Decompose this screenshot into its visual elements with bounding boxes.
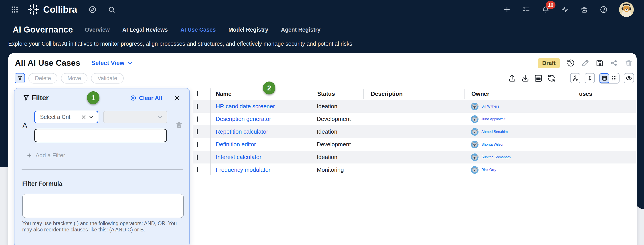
add-filter-button[interactable]: Add a Filter	[26, 152, 65, 159]
column-header-description[interactable]: Description	[364, 89, 464, 99]
vertical-arrows-icon	[586, 75, 593, 81]
filter-value-input[interactable]	[34, 129, 167, 142]
filter-panel: Filter Clear All A Select a Crit	[14, 88, 190, 245]
table-view-button[interactable]	[600, 73, 609, 83]
create-plus-icon[interactable]	[503, 6, 511, 14]
owner-link[interactable]: Ahmed Benahim	[482, 130, 508, 134]
criteria-select[interactable]: Select a Crit	[34, 111, 98, 123]
collibra-logo-icon	[27, 3, 40, 16]
row-checkbox[interactable]	[197, 155, 198, 160]
clause-label: A	[22, 121, 27, 130]
row-checkbox[interactable]	[197, 129, 198, 134]
clear-circle-icon	[130, 95, 136, 101]
owner-avatar-icon	[471, 141, 478, 148]
user-avatar[interactable]	[619, 2, 634, 17]
column-divider-line	[210, 88, 211, 175]
owner-link[interactable]: Bill Withers	[482, 104, 499, 108]
owner-avatar-icon	[471, 128, 478, 136]
row-checkbox[interactable]	[197, 142, 198, 147]
annotation-marker-1: 1	[87, 91, 100, 104]
column-header-status[interactable]: Status	[310, 89, 364, 99]
table-row: Frequency modulator Monitoring Rick Orry	[193, 163, 637, 176]
column-header-uses[interactable]: uses	[572, 89, 637, 99]
tile-view-button[interactable]	[609, 73, 619, 83]
row-checkbox[interactable]	[197, 167, 198, 172]
row-checkbox[interactable]	[197, 116, 198, 122]
app-launcher-grid-icon[interactable]	[11, 6, 19, 14]
use-case-link[interactable]: Frequency modulator	[216, 166, 270, 173]
table-row: Definition editor Development Shonta Wil…	[193, 138, 637, 151]
download-icon[interactable]	[521, 74, 530, 83]
row-height-button[interactable]	[584, 73, 595, 83]
upload-icon[interactable]	[508, 74, 516, 83]
owner-link[interactable]: June Applewait	[482, 117, 506, 121]
clear-all-button[interactable]: Clear All	[130, 95, 162, 102]
activity-log-icon[interactable]	[534, 74, 543, 83]
status-cell: Monitoring	[310, 166, 364, 173]
select-view-label: Select View	[92, 60, 124, 67]
use-case-link[interactable]: Description generator	[216, 116, 271, 122]
status-cell: Development	[310, 141, 364, 148]
hierarchy-view-button[interactable]	[570, 73, 580, 83]
refresh-icon[interactable]	[547, 74, 556, 83]
criteria-select-placeholder: Select a Crit	[40, 114, 80, 120]
tab-agent-registry[interactable]: Agent Registry	[281, 27, 320, 33]
edit-pencil-icon[interactable]	[581, 59, 590, 68]
chevron-down-icon	[88, 114, 94, 120]
table-header-row: Name Status Description Owner uses	[193, 88, 637, 100]
share-icon[interactable]	[610, 59, 619, 68]
remove-clause-trash-icon[interactable]	[175, 121, 183, 130]
column-header-owner[interactable]: Owner	[464, 89, 572, 99]
select-view-dropdown[interactable]: Select View	[92, 60, 133, 67]
explore-compass-icon[interactable]	[88, 6, 96, 14]
tab-ai-use-cases[interactable]: AI Use Cases	[180, 27, 216, 33]
use-case-link[interactable]: Definition editor	[216, 141, 256, 148]
column-header-name[interactable]: Name	[210, 89, 310, 99]
page-subtitle: Explore your Collibra AI initiatives to …	[8, 41, 352, 47]
filter-formula-textarea[interactable]	[22, 194, 184, 218]
notification-count-badge: 16	[546, 1, 556, 9]
filter-formula-help-text: You may use brackets ( ) and the followi…	[22, 220, 187, 233]
funnel-icon	[17, 75, 23, 81]
view-title-row: All AI Use Cases Select View Draft	[15, 57, 633, 70]
owner-link[interactable]: Sunitha Somanath	[482, 155, 511, 159]
table-row: HR candidate screener Ideation Bill With…	[193, 100, 637, 113]
use-case-link[interactable]: Interest calculator	[216, 154, 262, 160]
brand-wordmark: Collibra	[43, 4, 77, 15]
trash-icon[interactable]	[624, 59, 633, 68]
delete-button[interactable]: Delete	[28, 73, 58, 84]
search-icon[interactable]	[108, 6, 116, 14]
eye-icon	[626, 75, 632, 82]
activity-pulse-icon[interactable]	[561, 6, 569, 14]
use-case-link[interactable]: Repetition calculator	[216, 128, 268, 135]
dots-grid-icon	[611, 75, 617, 81]
select-all-checkbox[interactable]	[197, 91, 198, 96]
marketplace-basket-icon[interactable]	[580, 6, 588, 14]
tab-overview[interactable]: Overview	[85, 27, 110, 33]
save-icon[interactable]	[595, 59, 604, 68]
governance-tabs: Overview AI Legal Reviews AI Use Cases M…	[85, 27, 320, 33]
preview-eye-button[interactable]	[624, 73, 634, 83]
history-icon[interactable]	[566, 59, 575, 68]
use-case-link[interactable]: HR candidate screener	[216, 103, 275, 110]
plus-icon	[26, 153, 32, 158]
table-row: Interest calculator Ideation Sunitha Som…	[193, 151, 637, 163]
row-checkbox[interactable]	[197, 104, 198, 109]
owner-link[interactable]: Shonta Wilson	[482, 143, 504, 147]
filter-toggle-button[interactable]	[15, 73, 25, 83]
tab-ai-legal-reviews[interactable]: AI Legal Reviews	[122, 27, 168, 33]
collibra-brand[interactable]: Collibra	[27, 3, 77, 16]
help-icon[interactable]	[600, 6, 608, 14]
close-icon[interactable]	[173, 94, 180, 102]
top-navbar: Collibra 16	[0, 0, 644, 19]
owner-avatar-icon	[471, 115, 478, 123]
tab-model-registry[interactable]: Model Registry	[228, 27, 268, 33]
status-badge: Draft	[538, 58, 560, 68]
notifications-bell-icon[interactable]: 16	[542, 6, 550, 14]
add-filter-label: Add a Filter	[36, 152, 65, 159]
owner-link[interactable]: Rick Orry	[482, 168, 496, 172]
clear-x-icon[interactable]	[80, 114, 86, 120]
move-button[interactable]: Move	[61, 73, 88, 84]
tasks-checklist-icon[interactable]	[522, 6, 530, 14]
validate-button[interactable]: Validate	[91, 73, 124, 84]
